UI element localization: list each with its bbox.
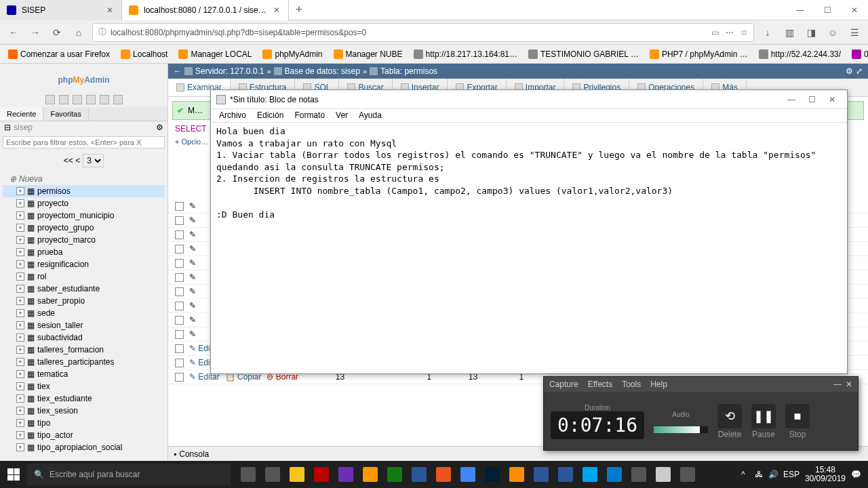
logout-icon[interactable]	[59, 95, 68, 104]
taskbar-app[interactable]	[334, 461, 358, 488]
taskbar-search[interactable]: 🔍 Escribe aquí para buscar	[27, 464, 231, 485]
taskbar-app[interactable]	[627, 461, 651, 488]
edit-icon[interactable]: ✎	[189, 301, 196, 310]
table-item[interactable]: +▦prueba	[3, 246, 165, 258]
table-item[interactable]: +▦tipo	[3, 417, 165, 429]
exit-icon[interactable]: ⤢	[856, 66, 863, 76]
bookmark-item[interactable]: PHP7 / phpMyAdmin …	[646, 48, 752, 60]
browser-tab[interactable]: localhost:8080 / 127.0.0.1 / sise… ✕	[122, 0, 289, 20]
menu-dots-icon[interactable]: ⋯	[726, 28, 734, 37]
stop-button[interactable]: ■Stop	[785, 404, 810, 439]
minimize-icon[interactable]: —	[833, 380, 842, 389]
breadcrumb-table[interactable]: Tabla: permisos	[380, 66, 437, 76]
bookmark-item[interactable]: Manager LOCAL	[174, 48, 256, 60]
maximize-icon[interactable]: ☐	[802, 93, 821, 106]
breadcrumb-db[interactable]: Base de datos: sisep	[285, 66, 360, 76]
table-item[interactable]: +▦tematica	[3, 368, 165, 380]
docs-icon[interactable]	[73, 95, 82, 104]
edit-icon[interactable]: ✎	[189, 315, 196, 325]
menu-tools[interactable]: Tools	[622, 380, 641, 389]
reload-button[interactable]: ⟳	[49, 24, 65, 41]
taskbar-app[interactable]	[236, 461, 260, 488]
home-button[interactable]: ⌂	[71, 24, 87, 41]
download-icon[interactable]: ↓	[760, 24, 776, 41]
edit-icon[interactable]: ✎	[189, 216, 196, 225]
table-item[interactable]: +▦tiex_sesion	[3, 405, 165, 417]
bookmark-item[interactable]: Comenzar a usar Firefox	[4, 48, 114, 60]
row-checkbox[interactable]	[175, 287, 184, 296]
row-checkbox[interactable]	[175, 316, 184, 325]
table-item[interactable]: +▦talleres_participantes	[3, 356, 165, 368]
edit-icon[interactable]: ✎	[189, 230, 196, 239]
back-button[interactable]: ←	[5, 24, 22, 41]
menu-capture[interactable]: Capture	[549, 380, 578, 389]
close-icon[interactable]: ✕	[823, 93, 842, 106]
account-icon[interactable]: ☺	[825, 24, 841, 41]
table-item[interactable]: +▦tipo_apropiacion_social	[3, 441, 165, 453]
taskbar-app[interactable]	[505, 461, 529, 488]
table-item[interactable]: +▦saber_estudiante	[3, 283, 165, 295]
taskbar-app[interactable]	[456, 461, 480, 488]
table-item[interactable]: +▦permisos	[3, 185, 165, 197]
page-select[interactable]: 3	[83, 154, 104, 167]
edit-icon[interactable]: ✎	[189, 287, 196, 296]
pause-button[interactable]: ❚❚Pause	[751, 404, 776, 439]
table-item[interactable]: +▦proyecto_marco	[3, 234, 165, 246]
table-item[interactable]: +▦saber_propio	[3, 295, 165, 307]
url-bar[interactable]: ⓘ localhost:8080/phpmyadmin/sql.php?db=s…	[92, 23, 754, 42]
table-item[interactable]: +▦tiex	[3, 380, 165, 392]
gear-icon[interactable]: ⚙	[846, 66, 853, 76]
breadcrumb-server[interactable]: Servidor: 127.0.0.1	[195, 66, 264, 76]
filter-input[interactable]	[3, 136, 165, 148]
clock[interactable]: 15:4830/09/2019	[805, 466, 846, 483]
taskbar-app[interactable]	[602, 461, 627, 488]
menu-item[interactable]: Edición	[253, 109, 288, 122]
notifications-icon[interactable]: 💬	[851, 470, 861, 479]
close-icon[interactable]: ✕	[272, 5, 281, 15]
table-item[interactable]: +▦tiex_estudiante	[3, 392, 165, 405]
row-checkbox[interactable]	[175, 330, 184, 339]
bookmark-item[interactable]: 0_pantallas_v2	[848, 48, 868, 60]
menu-help[interactable]: Help	[650, 380, 667, 389]
delete-button[interactable]: ⟲Delete	[717, 404, 742, 439]
taskbar-app[interactable]	[480, 461, 505, 488]
menu-item[interactable]: Archivo	[215, 109, 250, 122]
close-icon[interactable]: ✕	[105, 5, 115, 15]
row-checkbox[interactable]	[175, 245, 184, 253]
star-icon[interactable]: ☆	[741, 28, 748, 37]
taskbar-app[interactable]	[578, 461, 602, 488]
taskbar-app[interactable]	[309, 461, 334, 488]
row-checkbox[interactable]	[175, 230, 184, 239]
row-checkbox[interactable]	[175, 359, 184, 367]
menu-icon[interactable]: ☰	[846, 24, 863, 41]
row-checkbox[interactable]	[175, 373, 184, 382]
library-icon[interactable]: ▥	[781, 24, 797, 41]
browser-tab[interactable]: SISEP ✕	[0, 0, 122, 20]
tray-icons[interactable]: ^🖧🔊	[741, 470, 778, 479]
new-tab-button[interactable]: +	[289, 0, 309, 20]
back-icon[interactable]: ←	[174, 66, 182, 76]
edit-icon[interactable]: ✎	[189, 244, 196, 253]
home-icon[interactable]	[45, 95, 55, 104]
bookmark-item[interactable]: Localhost	[117, 48, 172, 60]
bookmark-item[interactable]: http://18.217.13.164:81…	[410, 48, 521, 60]
table-item[interactable]: +▦proyecto	[3, 197, 165, 209]
sql-icon[interactable]	[86, 95, 96, 104]
row-checkbox[interactable]	[175, 344, 184, 353]
minimize-icon[interactable]: —	[787, 0, 814, 20]
edit-icon[interactable]: ✎	[189, 329, 196, 339]
taskbar-app[interactable]	[285, 461, 309, 488]
bookmark-item[interactable]: TESTIMONIO GABRIEL …	[524, 48, 643, 60]
row-checkbox[interactable]	[175, 259, 184, 268]
menu-effects[interactable]: Effects	[588, 380, 612, 389]
start-button[interactable]	[0, 461, 27, 488]
bookmark-item[interactable]: Manager NUBE	[330, 48, 407, 60]
edit-icon[interactable]: ✎	[189, 258, 196, 268]
maximize-icon[interactable]: ☐	[814, 0, 841, 20]
minimize-icon[interactable]: —	[782, 93, 801, 106]
taskbar-app[interactable]	[553, 461, 578, 488]
settings-icon[interactable]	[100, 95, 109, 104]
bookmark-item[interactable]: phpMyAdmin	[258, 48, 326, 60]
reader-icon[interactable]: ▭	[711, 28, 719, 37]
edit-icon[interactable]: ✎	[189, 272, 196, 282]
